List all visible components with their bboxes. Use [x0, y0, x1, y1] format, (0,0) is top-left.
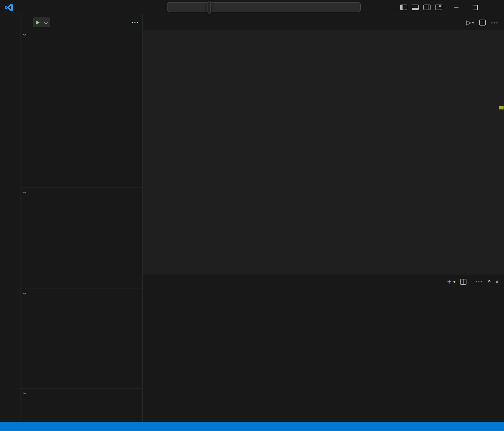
title-bar	[0, 0, 504, 15]
sidebar-header-actions: ···	[127, 19, 139, 26]
chevron-icon: ›	[22, 290, 28, 297]
debug-line-marker	[499, 106, 504, 109]
split-terminal-icon[interactable]	[460, 279, 466, 285]
status-bar	[0, 422, 504, 431]
sidebar-header: ···	[20, 15, 142, 30]
close-panel-icon[interactable]: ×	[495, 278, 499, 285]
new-terminal-button[interactable]: +	[447, 278, 451, 286]
start-debugging-icon[interactable]	[36, 20, 40, 25]
vscode-logo-icon	[5, 3, 13, 12]
split-editor-icon[interactable]	[479, 20, 486, 25]
chevron-icon: ›	[22, 390, 28, 397]
maximize-button[interactable]	[466, 0, 485, 15]
chevron-down-icon	[44, 19, 48, 24]
editor-tab-bar: ▷▾ ···	[143, 15, 504, 30]
variables-section: ›	[20, 30, 142, 188]
toggle-secondary-sidebar-icon[interactable]	[423, 5, 431, 10]
editor-actions: ▷▾ ···	[461, 15, 504, 30]
debug-toolbar	[208, 1, 211, 14]
close-button[interactable]	[485, 0, 504, 15]
minimize-button[interactable]	[446, 0, 466, 15]
terminal-output[interactable]	[143, 289, 504, 422]
toggle-panel-icon[interactable]	[412, 5, 419, 10]
tabbar-filler	[143, 15, 461, 30]
code-lines[interactable]	[143, 40, 458, 274]
breakpoints-section-header[interactable]: ›	[20, 389, 142, 398]
panel-actions: + ▾ ··· ^ ×	[438, 278, 499, 286]
command-center-search[interactable]	[167, 2, 361, 12]
breadcrumb	[143, 30, 504, 39]
panel-more-actions-icon[interactable]: ···	[476, 278, 483, 285]
activity-bar	[0, 15, 20, 422]
editor-more-actions-icon[interactable]: ···	[491, 19, 499, 26]
editor-group: ▷▾ ···	[143, 15, 504, 422]
more-actions-icon[interactable]: ···	[132, 19, 139, 26]
run-java-button[interactable]: ▷▾	[466, 19, 474, 26]
chevron-icon: ›	[22, 31, 28, 38]
layout-controls	[400, 0, 442, 15]
watch-section-header[interactable]: ›	[20, 188, 142, 197]
vscode-window: ··· › › ›	[0, 0, 504, 431]
variables-section-header[interactable]: ›	[20, 30, 142, 39]
minimap[interactable]	[458, 40, 498, 274]
maximize-panel-icon[interactable]: ^	[488, 279, 491, 285]
toggle-sidebar-icon[interactable]	[400, 5, 407, 10]
workbench: ··· › › ›	[0, 15, 504, 422]
call-stack-section: ›	[20, 289, 142, 388]
breakpoints-section: ›	[20, 388, 142, 422]
watch-section: ›	[20, 188, 142, 289]
code-editor[interactable]	[143, 39, 504, 274]
call-stack-section-header[interactable]: ›	[20, 289, 142, 298]
terminal-dropdown-chevron-icon[interactable]: ▾	[453, 279, 456, 284]
customize-layout-icon[interactable]	[435, 5, 442, 10]
bottom-panel: + ▾ ··· ^ ×	[143, 274, 504, 422]
window-controls	[446, 0, 504, 15]
launch-configuration-picker[interactable]	[33, 18, 50, 27]
sidebar-run-and-debug: ··· › › ›	[20, 15, 143, 422]
overview-ruler[interactable]	[498, 39, 504, 274]
call-stack-tree	[20, 298, 142, 388]
panel-tab-bar: + ▾ ··· ^ ×	[143, 274, 504, 289]
chevron-icon: ›	[22, 189, 28, 196]
